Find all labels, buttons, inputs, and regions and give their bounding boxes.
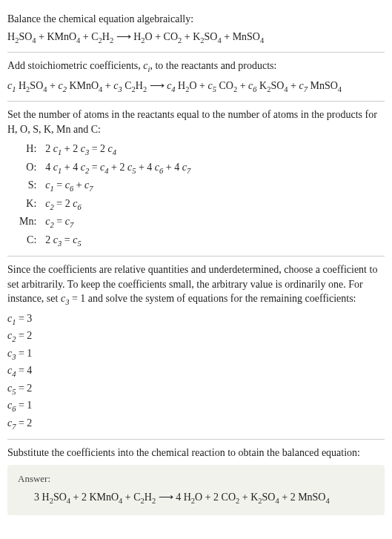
subscript: 2 [152, 497, 156, 505]
coeff-sub: 7 [12, 423, 16, 431]
answer-equation: 3 H2SO4 + 2 KMnO4 + C2H2 ⟶ 4 H2O + 2 CO2… [18, 490, 374, 506]
coeff-symbol: c1 [7, 80, 16, 91]
coeff-sub: 4 [12, 370, 16, 378]
coeff-symbol: c2 [7, 330, 16, 341]
element-equation: 2 c3 = c5 [41, 232, 195, 250]
subscript: 2 [50, 497, 53, 505]
subscript: 2 [185, 85, 189, 93]
coeff-sub: 2 [63, 85, 67, 93]
coeff-sub: 5 [213, 85, 216, 93]
subscript: 2 [258, 497, 262, 505]
element-label: H: [15, 141, 41, 159]
coeff-symbol: c1 [53, 143, 62, 154]
coeff-line: c1 = 3 [7, 311, 385, 328]
coeff-line: c6 = 1 [7, 398, 385, 415]
answer-label: Answer: [18, 472, 374, 486]
subscript: 2 [236, 497, 239, 505]
coeff-symbol: c5 [127, 162, 136, 173]
coeff-symbol: c6 [65, 179, 73, 191]
table-row: C:2 c3 = c5 [15, 232, 195, 250]
subscript: 4 [119, 497, 122, 505]
solve-intro: Since the coefficients are relative quan… [7, 262, 385, 308]
coeff-symbol: c1 [53, 162, 62, 173]
subscript: 2 [191, 497, 195, 505]
subscript: 4 [325, 497, 329, 505]
subscript: 4 [76, 36, 80, 44]
coeff-sub: 1 [58, 148, 62, 156]
subscript: 2 [141, 36, 144, 44]
coeff-symbol: c5 [208, 80, 216, 91]
coeff-symbol: c2 [45, 216, 53, 227]
subscript: 2 [110, 36, 113, 44]
coeff-sub: 3 [118, 85, 122, 93]
element-label: O: [15, 159, 41, 177]
coeff-symbol: c7 [84, 179, 93, 191]
coeff-symbol: c3 [113, 80, 122, 91]
solve-intro-b: = 1 and solve the system of equations fo… [69, 293, 356, 304]
coeff-symbol: c5 [73, 234, 81, 245]
coeff-symbol: c6 [155, 162, 163, 173]
coeff-symbol: c4 [108, 143, 116, 154]
subscript: 4 [67, 497, 70, 505]
subscript: 4 [32, 36, 36, 44]
c3-symbol: c3 [61, 293, 69, 304]
coeff-sub: 1 [50, 185, 54, 193]
atom-equations-table: H:2 c1 + 2 c3 = 2 c4O:4 c1 + 4 c2 = c4 +… [15, 141, 195, 250]
coeff-sub: 6 [70, 185, 73, 193]
coeff-symbol: c2 [45, 198, 53, 209]
element-equation: c2 = c7 [41, 214, 195, 231]
coeff-symbol: c1 [45, 179, 53, 191]
subscript: 2 [26, 85, 30, 93]
coeff-sub: 4 [171, 85, 175, 93]
coeff-sub: 5 [77, 239, 81, 247]
section-intro: Balance the chemical equation algebraica… [7, 6, 385, 53]
section-final: Substitute the coefficients into the che… [7, 440, 385, 515]
coeff-sub: 6 [159, 167, 163, 175]
coeff-sub: 6 [12, 405, 16, 413]
coeff-sub: 6 [253, 85, 256, 93]
element-equation: c1 = c6 + c7 [41, 177, 195, 195]
coeff-symbol: c6 [248, 80, 256, 91]
coeff-sub: 1 [58, 167, 62, 175]
coeff-symbol: c6 [7, 400, 16, 411]
table-row: S:c1 = c6 + c7 [15, 177, 195, 195]
section-add-coeffs: Add stoichiometric coefficients, ci, to … [7, 53, 385, 102]
addcoeff-text-a: Add stoichiometric coefficients, [7, 60, 143, 71]
coeff-sub: 7 [304, 85, 308, 93]
coeff-sub: 3 [85, 148, 89, 156]
subscript: 4 [260, 36, 264, 44]
coeff-line: c2 = 2 [7, 328, 385, 345]
element-equation: 4 c1 + 4 c2 = c4 + 2 c5 + 4 c6 + 4 c7 [41, 159, 195, 177]
coeff-sub: 6 [77, 202, 81, 211]
coeff-list: c1 = 3c2 = 2c3 = 1c4 = 4c5 = 2c6 = 1c7 =… [7, 311, 385, 433]
table-row: K:c2 = 2 c6 [15, 196, 195, 214]
table-row: Mn:c2 = c7 [15, 214, 195, 231]
coeff-line: c5 = 2 [7, 381, 385, 398]
subscript: 4 [338, 85, 342, 93]
coeff-line: c4 = 4 [7, 363, 385, 380]
subscript: 4 [275, 497, 279, 505]
coeff-symbol: c4 [100, 162, 108, 173]
coeff-symbol: c7 [182, 162, 190, 173]
coeff-line: c7 = 2 [7, 416, 385, 433]
subscript: 4 [284, 85, 288, 93]
coeff-symbol: c3 [53, 234, 62, 245]
element-equation: 2 c1 + 2 c3 = 2 c4 [41, 141, 195, 159]
section-atom-set: Set the number of atoms in the reactants… [7, 102, 385, 257]
coeff-symbol: c2 [58, 80, 66, 91]
coeff-sub: 1 [12, 318, 16, 326]
coeff-symbol: c3 [7, 348, 16, 359]
element-equation: c2 = 2 c6 [41, 196, 195, 214]
coeff-sub: 3 [12, 353, 16, 361]
coeff-sub: 7 [70, 221, 73, 229]
element-label: Mn: [15, 214, 41, 231]
element-label: C: [15, 232, 41, 250]
subscript: 4 [43, 85, 47, 93]
intro-text: Balance the chemical equation algebraica… [7, 12, 385, 27]
coeff-symbol: c2 [81, 162, 89, 173]
coeff-sub: 5 [132, 167, 136, 175]
coeff-sub: 7 [89, 185, 93, 193]
subscript: 2 [233, 85, 237, 93]
coeff-sub: 1 [12, 85, 16, 93]
coeff-symbol: c4 [167, 80, 175, 91]
